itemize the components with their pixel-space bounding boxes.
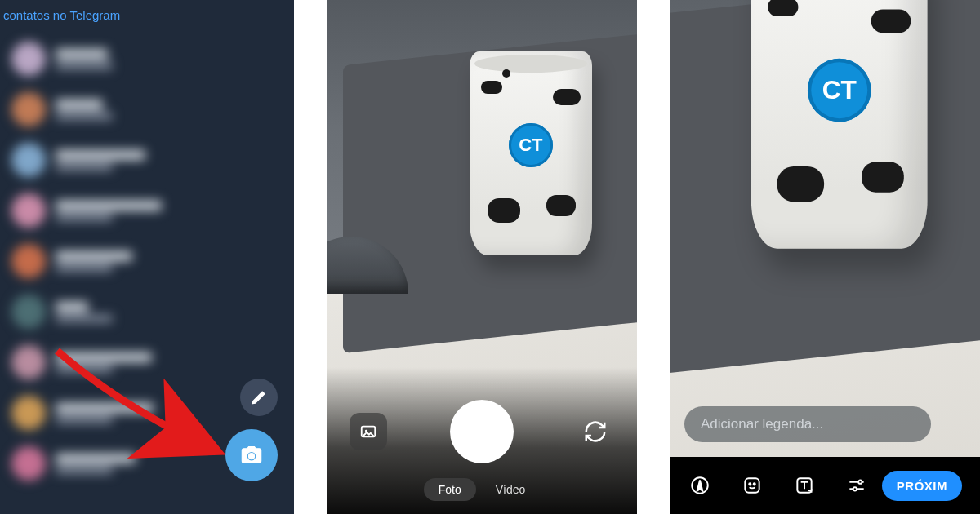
avatar [11,143,46,177]
contact-row[interactable] [0,33,294,84]
contact-row[interactable] [0,84,294,135]
contact-name [56,403,154,413]
camera-controls: Foto Vídeo [327,367,637,514]
camera-icon [240,444,263,467]
mode-video-tab[interactable]: Vídeo [481,478,541,501]
svg-point-5 [754,483,755,485]
contact-subtitle [56,214,113,221]
text-tool-button[interactable] [792,473,817,498]
contact-name [56,302,88,312]
avatar [11,244,46,278]
sticker-tool-button[interactable] [740,473,764,498]
contact-row[interactable] [0,286,294,337]
svg-point-4 [749,483,751,485]
photo-edit-panel: CT Adicionar legenda... PRÓXIM [670,0,980,514]
svg-point-8 [853,487,857,490]
contact-subtitle [56,163,113,171]
capture-mode-tabs: Foto Vídeo [424,478,541,501]
pencil-icon [251,389,267,405]
contact-list [0,30,294,489]
contact-subtitle [56,264,113,272]
avatar [11,396,46,430]
camera-fab[interactable] [225,429,278,481]
contact-subtitle [56,416,113,423]
contact-name [56,100,103,109]
contact-name [56,352,152,362]
contact-name [56,49,108,59]
telegram-contacts-panel: contatos no Telegram [0,0,294,514]
sticker-icon [742,475,763,496]
avatar [11,92,46,126]
sliders-icon [846,475,867,496]
avatar [11,345,46,379]
contact-subtitle [56,315,113,322]
edit-toolbar: PRÓXIM [670,457,980,514]
contact-subtitle [56,366,113,373]
draw-tool-button[interactable] [688,473,712,498]
contact-row[interactable] [0,236,294,286]
contact-subtitle [56,113,113,120]
switch-camera-icon [583,419,608,444]
next-button[interactable]: PRÓXIM [882,471,962,501]
svg-point-7 [858,481,862,484]
gallery-button[interactable] [350,413,387,450]
image-icon [359,423,377,441]
avatar [11,295,46,329]
contact-name [56,201,162,210]
contact-name [56,251,132,261]
draw-icon [689,475,710,496]
camera-capture-panel: CT Foto Vídeo [327,0,637,514]
avatar [11,193,46,228]
contact-row[interactable] [0,185,294,236]
compose-button[interactable] [240,379,278,416]
mode-photo-tab[interactable]: Foto [424,478,476,501]
caption-input[interactable]: Adicionar legenda... [684,406,931,442]
contact-subtitle [56,62,113,69]
caption-placeholder: Adicionar legenda... [701,416,823,432]
adjust-tool-button[interactable] [844,473,869,498]
header-link[interactable]: contatos no Telegram [0,0,294,30]
svg-rect-3 [745,478,759,492]
avatar [11,446,46,481]
contact-subtitle [56,467,113,474]
contact-row[interactable] [0,135,294,185]
switch-camera-button[interactable] [577,413,614,450]
text-icon [794,475,815,496]
contact-name [56,454,136,463]
contact-name [56,150,145,160]
avatar [11,42,46,76]
shutter-button[interactable] [450,400,514,463]
